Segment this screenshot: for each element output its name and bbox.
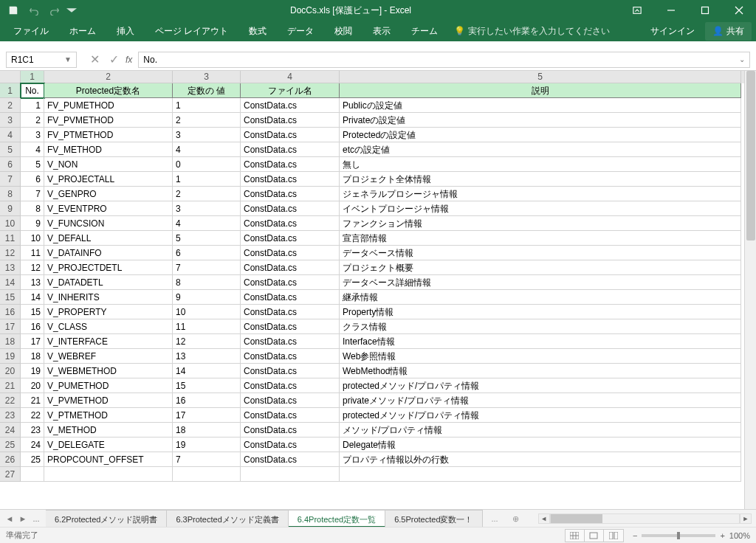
cell[interactable]: ConstData.cs (241, 393, 340, 408)
cell[interactable] (241, 467, 340, 482)
cell[interactable]: ConstData.cs (241, 364, 340, 378)
cell[interactable]: 継承情報 (340, 290, 741, 305)
cell[interactable]: Protectedの設定値 (340, 128, 741, 142)
formula-expand-icon[interactable]: ⌄ (739, 55, 745, 63)
cell[interactable]: 4 (21, 142, 44, 157)
cell[interactable]: 無し (340, 157, 741, 172)
col-header[interactable]: 2 (44, 71, 173, 83)
cell[interactable]: 11 (21, 246, 44, 260)
cell[interactable]: ConstData.cs (241, 157, 340, 172)
cell[interactable]: 4 (173, 142, 241, 157)
cell[interactable]: V_WEBREF (44, 349, 173, 364)
cell[interactable]: FV_PUMETHOD (44, 98, 173, 113)
cell[interactable]: 宣言部情報 (340, 231, 741, 246)
row-header[interactable]: 5 (0, 142, 21, 157)
sheet-tab[interactable]: 6.5Protected変数一！ (385, 510, 482, 528)
cell[interactable]: V_INTERFACE (44, 334, 173, 349)
normal-view-icon[interactable] (566, 530, 585, 542)
cell[interactable]: V_DATADETL (44, 275, 173, 290)
row-header[interactable]: 20 (0, 364, 21, 378)
cell[interactable]: ConstData.cs (241, 187, 340, 201)
cell[interactable]: ConstData.cs (241, 142, 340, 157)
cell[interactable]: 7 (173, 452, 241, 467)
name-box[interactable]: R1C1 ▼ (6, 52, 77, 68)
cell[interactable]: V_PROJECTALL (44, 172, 173, 187)
cell[interactable]: 17 (21, 334, 44, 349)
cell[interactable]: 9 (21, 216, 44, 231)
cell[interactable]: V_FUNCSION (44, 216, 173, 231)
cell[interactable]: 4 (173, 216, 241, 231)
cell[interactable]: V_METHOD (44, 423, 173, 437)
tell-me-search[interactable]: 💡 実行したい作業を入力してください (454, 25, 610, 38)
cell[interactable]: Interface情報 (340, 334, 741, 349)
row-header[interactable]: 13 (0, 260, 21, 275)
cell[interactable]: protectedメソッド/プロパティ情報 (340, 408, 741, 423)
cell[interactable]: 11 (173, 319, 241, 334)
redo-icon[interactable] (46, 1, 63, 19)
row-header[interactable]: 18 (0, 334, 21, 349)
cell[interactable]: V_EVENTPRO (44, 201, 173, 216)
zoom-level[interactable]: 100% (729, 531, 750, 540)
row-header[interactable]: 11 (0, 231, 21, 246)
cell[interactable]: 7 (173, 260, 241, 275)
cell[interactable]: 7 (21, 187, 44, 201)
cell[interactable]: ConstData.cs (241, 275, 340, 290)
vertical-scrollbar[interactable] (744, 71, 756, 509)
cell[interactable]: Protected定数名 (44, 83, 173, 98)
cell[interactable]: V_PROPERTY (44, 305, 173, 319)
cell[interactable]: 17 (173, 408, 241, 423)
tab-team[interactable]: チーム (402, 22, 447, 41)
cell[interactable]: ConstData.cs (241, 423, 340, 437)
tab-insert[interactable]: 挿入 (108, 22, 143, 41)
zoom-out-button[interactable]: − (633, 531, 637, 540)
row-header[interactable]: 24 (0, 423, 21, 437)
zoom-in-button[interactable]: + (720, 531, 724, 540)
cell[interactable]: ファイル名 (241, 83, 340, 98)
cell[interactable]: V_PVMETHOD (44, 393, 173, 408)
cell[interactable]: 2 (21, 113, 44, 128)
cell[interactable]: V_PTMETHOD (44, 408, 173, 423)
cell[interactable]: ConstData.cs (241, 172, 340, 187)
sheet-tab[interactable]: 6.3Protectedメソッド定義書 (167, 510, 288, 528)
hscroll-right-icon[interactable]: ► (740, 513, 752, 524)
page-break-view-icon[interactable] (604, 530, 623, 542)
cell[interactable]: 説明 (340, 83, 741, 98)
cell[interactable]: プロパティ情報以外の行数 (340, 452, 741, 467)
tab-data[interactable]: データ (278, 22, 323, 41)
cell[interactable]: ConstData.cs (241, 319, 340, 334)
cell[interactable]: 0 (173, 157, 241, 172)
cell[interactable]: 23 (21, 423, 44, 437)
cell[interactable]: 13 (173, 349, 241, 364)
tab-home[interactable]: ホーム (61, 22, 105, 41)
row-header[interactable]: 3 (0, 113, 21, 128)
cell[interactable]: データベース情報 (340, 246, 741, 260)
cell[interactable]: V_DEFALL (44, 231, 173, 246)
chevron-down-icon[interactable]: ▼ (64, 55, 72, 63)
cell[interactable]: ConstData.cs (241, 305, 340, 319)
cell[interactable]: ConstData.cs (241, 408, 340, 423)
cell[interactable]: 12 (173, 334, 241, 349)
cell[interactable]: 8 (173, 275, 241, 290)
row-header[interactable]: 21 (0, 378, 21, 393)
cell[interactable]: ConstData.cs (241, 437, 340, 452)
share-button[interactable]: 👤 共有 (705, 22, 752, 41)
cell[interactable] (44, 467, 173, 482)
cell[interactable]: WebMethod情報 (340, 364, 741, 378)
minimize-button[interactable] (654, 0, 688, 21)
cell[interactable]: 18 (21, 349, 44, 364)
cell[interactable]: ConstData.cs (241, 378, 340, 393)
cell[interactable]: Property情報 (340, 305, 741, 319)
undo-icon[interactable] (25, 1, 43, 19)
cell[interactable]: 8 (21, 201, 44, 216)
row-header[interactable]: 16 (0, 305, 21, 319)
cell[interactable]: 1 (21, 98, 44, 113)
cell[interactable]: 定数の 値 (173, 83, 241, 98)
cell[interactable]: 3 (21, 128, 44, 142)
cell[interactable] (173, 467, 241, 482)
cell[interactable]: ConstData.cs (241, 201, 340, 216)
cell[interactable]: 18 (173, 423, 241, 437)
cell[interactable]: 3 (173, 201, 241, 216)
add-sheet-button[interactable]: ⊕ (507, 510, 525, 528)
tab-review[interactable]: 校閲 (326, 22, 361, 41)
row-header[interactable]: 25 (0, 437, 21, 452)
